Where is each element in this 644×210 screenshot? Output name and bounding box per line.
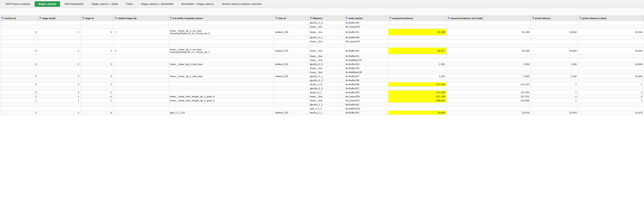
col-label-measured_latency_stalls: measured latency incl stalls: [451, 17, 483, 20]
main-table: section idstage depthstage idrelated sta…: [0, 16, 644, 115]
tab-ddr[interactable]: DDR Report analysis: [2, 1, 34, 7]
cell-knames: linear__line: [308, 25, 344, 29]
cell-knames: gbuf2u_0_1: [308, 36, 344, 40]
col-header-measured_latency_stalls[interactable]: measured latency incl stalls: [446, 16, 531, 21]
filter-icon-ion_buffer: [170, 17, 172, 19]
cell-measured_latency: [388, 78, 446, 82]
col-header-mac_id[interactable]: mac id: [274, 16, 309, 21]
cell-prism_latency: [531, 21, 578, 25]
col-header-related_stage_ids[interactable]: related stage ids: [113, 16, 168, 21]
cell-related_stage_ids: [113, 99, 168, 103]
tab-stage-latency[interactable]: Stage Latency: [34, 1, 60, 7]
cell-mac_id: [274, 87, 309, 91]
cell-node_names: tlir.Buffer168: [344, 36, 388, 40]
cell-node_names: tlir.Buffer234: [344, 66, 388, 70]
cell-section_id: 2: [0, 111, 38, 115]
cell-measured_latency: 226,644: [388, 99, 446, 103]
col-header-stage_depth[interactable]: stage depth: [38, 16, 80, 21]
cell-prism_latency: -1: [531, 91, 578, 95]
cell-stage_id: -1: [80, 82, 113, 87]
cell-section_id: [0, 70, 38, 74]
cell-stage_depth: 1: [38, 95, 80, 99]
cell-mac_id: [274, 91, 309, 95]
tab-bw-stage-latency[interactable]: Bandwidth + Stage Latency: [178, 1, 218, 7]
cell-measured_latency_stalls: [446, 70, 531, 74]
cell-knames: linear__line: [308, 70, 344, 74]
cell-prism_latency: [531, 70, 578, 74]
cell-measured_latency_stalls: 137,912: [446, 82, 531, 87]
cell-ion_buffer: [168, 58, 274, 62]
cell-measured_latency: [388, 25, 446, 29]
tab-stage-latency-bw[interactable]: Stage Latency + Bandwidth: [137, 1, 177, 7]
cell-measured_latency: [388, 54, 446, 58]
cell-mac_id: [274, 36, 309, 40]
cell-measured_latency: [388, 103, 446, 107]
table-row: linear__linetlir.AddBias232: [0, 58, 644, 62]
col-header-knames[interactable]: KNames: [308, 16, 344, 21]
table-row: add_2_1_2tlir.AddV2210: [0, 107, 644, 111]
cell-prism_latency: 21,870: [531, 111, 578, 115]
cell-section_id: 1: [0, 95, 38, 99]
table-row: linear__linetlir.Linear230: [0, 25, 644, 29]
table-row: 11-1linear__linear_bwd_weight_dp_0_grad_…: [0, 99, 644, 103]
cell-measured_latency_stalls: [446, 78, 531, 82]
col-header-prism_latency_scaled[interactable]: prism latency scaled: [578, 16, 644, 21]
table-row: 0101linear__linear_dp_0_wo_biasDramInput…: [0, 29, 644, 36]
cell-measured_latency_stalls: 23,976: [446, 111, 531, 115]
cell-knames: gbuf2a_0_1: [308, 74, 344, 78]
tab-paths[interactable]: Paths: [122, 1, 137, 7]
cell-prism_latency: [531, 78, 578, 82]
cell-prism_latency_scaled: -1: [578, 99, 644, 103]
cell-measured_latency: [388, 40, 446, 44]
cell-node_names: tlir.Buffer261: [344, 103, 388, 107]
cell-knames: linear__line: [308, 95, 344, 99]
cell-node_names: tlir.AddV2210: [344, 107, 388, 111]
cell-mac_id: [274, 107, 309, 111]
cell-stage_depth: 3: [38, 82, 80, 87]
cell-stage_depth: [38, 44, 80, 48]
cell-related_stage_ids: [113, 74, 168, 78]
cell-related_stage_ids: [113, 62, 168, 66]
col-header-ion_buffer[interactable]: ion buffer template names: [168, 16, 274, 21]
cell-related_stage_ids: [113, 36, 168, 40]
tab-pmu[interactable]: PMU Bandwidth: [60, 1, 87, 7]
cell-prism_latency_scaled: [578, 107, 644, 111]
cell-measured_latency: 2,352: [388, 74, 446, 78]
cell-knames: linear__line: [308, 66, 344, 70]
table-row: 03-1-tbuf1a_0_0tlir.Buffer258137,442137,…: [0, 82, 644, 87]
cell-related_stage_ids: 4: [113, 48, 168, 54]
cell-stage_id: [80, 36, 113, 40]
col-header-stage_id[interactable]: stage id: [80, 16, 113, 21]
table-row: gbuf2a_0_Ctlir.Buffer236: [0, 78, 644, 82]
table-row: 022linear__linear_dp_0_add_biasdefault_2…: [0, 62, 644, 66]
col-label-ion_buffer: ion buffer template names: [172, 17, 203, 20]
cell-prism_latency_scaled: [578, 70, 644, 74]
cell-ion_buffer: [168, 78, 274, 82]
cell-knames: add_2_1_2: [308, 107, 344, 111]
cell-measured_latency_stalls: [446, 44, 531, 48]
col-header-prism_latency[interactable]: prism latency: [531, 16, 578, 21]
tab-stage-latency-stalls[interactable]: Stage Latency + Stalls: [88, 1, 122, 7]
cell-mac_id: [274, 25, 309, 29]
cell-stage_depth: [38, 54, 80, 58]
cell-knames: linear__line: [308, 99, 344, 103]
table-container: section idstage depthstage idrelated sta…: [0, 16, 644, 210]
cell-stage_id: -1: [80, 95, 113, 99]
cell-stage_id: [80, 70, 113, 74]
cell-measured_latency: [388, 87, 446, 91]
cell-node_names: tlir.Linear228: [344, 95, 388, 99]
col-header-section_id[interactable]: section id: [0, 16, 38, 21]
cell-related_stage_ids: [113, 95, 168, 99]
cell-section_id: [0, 44, 38, 48]
tab-section-latency[interactable]: Section latency pollution overview: [218, 1, 266, 7]
cell-stage_id: [80, 78, 113, 82]
col-header-node_names[interactable]: node names: [344, 16, 388, 21]
cell-stage_depth: [38, 78, 80, 82]
cell-mac_id: [274, 82, 309, 87]
cell-knames: linear__line: [308, 40, 344, 44]
col-header-measured_latency[interactable]: measured latency: [388, 16, 446, 21]
filter-icon-related_stage_ids: [114, 17, 117, 19]
cell-node_names: tlir.Linear233: [344, 40, 388, 44]
cell-stage_id: [80, 87, 113, 91]
cell-related_stage_ids: [113, 40, 168, 44]
